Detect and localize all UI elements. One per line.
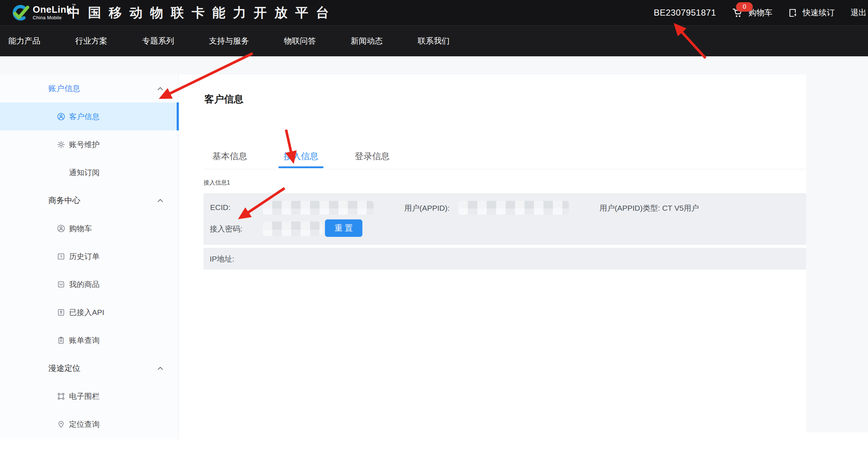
fence-icon [57,392,65,400]
chevron-up-icon [157,86,163,91]
nav-item-6[interactable]: 新闻动态 [351,36,383,46]
site-title: 中国移动物联卡能力开放平台 [67,0,337,25]
cart-button[interactable]: 0 购物车 [732,7,772,19]
cart-count-badge: 0 [736,2,753,12]
logout-button[interactable]: 退出 [851,7,867,18]
quick-renew-label: 快速续订 [803,7,835,18]
ecid-value-redacted [263,201,374,215]
ip-address-panel: IP地址: [204,248,806,270]
access-info-panel: ECID: 用户(APPID): 用户(APPID)类型: CT V5用户 接入… [204,193,806,245]
sidebar-item-通知订阅[interactable]: 通知订阅 [0,158,178,186]
sidebar-item-客户信息[interactable]: 客户信息 [0,102,178,130]
tab-基本信息[interactable]: 基本信息 [204,143,256,169]
location-pin-icon [57,420,65,428]
tab-接入信息[interactable]: 接入信息 [275,143,327,169]
account-id[interactable]: BE2307951871 [654,8,716,18]
quick-renew-icon [788,8,798,18]
sidebar-item-购物车[interactable]: 购物车 [0,214,178,242]
api-key-icon [57,308,65,316]
nav-item-3[interactable]: 专题系列 [142,36,174,46]
reset-password-button[interactable]: 重 置 [325,219,362,237]
access-info-section-label: 接入信息1 [204,179,230,187]
history-order-icon [57,252,65,260]
chevron-up-icon [157,366,163,371]
bill-clipboard-icon [57,336,65,344]
tab-登录信息[interactable]: 登录信息 [346,143,398,169]
appid-label: 用户(APPID): [404,203,450,213]
sidebar-group-漫途定位[interactable]: 漫途定位 [0,354,178,382]
gear-icon [57,141,65,149]
ecid-label: ECID: [210,203,230,212]
sidebar: 账户信息 客户信息 账号维护 通知订阅 商务中心 购物车 历史订单 [0,74,179,439]
appid-type-value: CT V5用户 [662,204,699,212]
nav-item-2[interactable]: 行业方案 [75,36,107,46]
page-title: 客户信息 [204,93,244,106]
access-password-value-redacted [263,222,324,236]
nav-item-5[interactable]: 物联问答 [284,36,316,46]
appid-type-label: 用户(APPID)类型: [599,204,660,212]
sidebar-item-历史订单[interactable]: 历史订单 [0,242,178,270]
user-circle-icon [57,224,65,232]
user-circle-icon [57,113,65,121]
sidebar-item-已接入API[interactable]: 已接入API [0,298,178,326]
onelink-logo-icon [9,4,30,21]
access-password-label: 接入密码: [210,224,242,234]
page: OneLink™ China Mobile 中国移动物联卡能力开放平台 BE23… [0,0,868,449]
main-navbar: 能力产品行业方案专题系列支持与服务物联问答新闻动态联系我们 [0,25,868,56]
appid-type: 用户(APPID)类型: CT V5用户 [599,203,699,213]
sidebar-item-账号维护[interactable]: 账号维护 [0,130,178,158]
sidebar-item-我的商品[interactable]: 我的商品 [0,270,178,298]
sidebar-group-商务中心[interactable]: 商务中心 [0,186,178,214]
appid-value-redacted [458,201,569,215]
brand-name: OneLink [33,4,72,15]
nav-item-1[interactable]: 能力产品 [8,36,40,46]
sidebar-item-定位查询[interactable]: 定位查询 [0,410,178,438]
tabs-bar: 基本信息接入信息登录信息 [204,143,806,169]
quick-renew-button[interactable]: 快速续订 [788,7,835,18]
topbar-right-group: BE2307951871 0 购物车 快速续订 [654,0,867,25]
nav-item-4[interactable]: 支持与服务 [209,36,249,46]
sidebar-group-账户信息[interactable]: 账户信息 [0,74,178,102]
ip-address-label: IP地址: [210,254,234,264]
chevron-up-icon [157,198,163,203]
product-bag-icon [57,280,65,288]
top-header-bar: OneLink™ China Mobile 中国移动物联卡能力开放平台 BE23… [0,0,868,25]
sidebar-item-电子围栏[interactable]: 电子围栏 [0,382,178,410]
nav-item-7[interactable]: 联系我们 [418,36,450,46]
main-content: 客户信息 基本信息接入信息登录信息 接入信息1 ECID: 用户(APPID):… [179,74,806,449]
sidebar-item-账单查询[interactable]: 账单查询 [0,326,178,354]
